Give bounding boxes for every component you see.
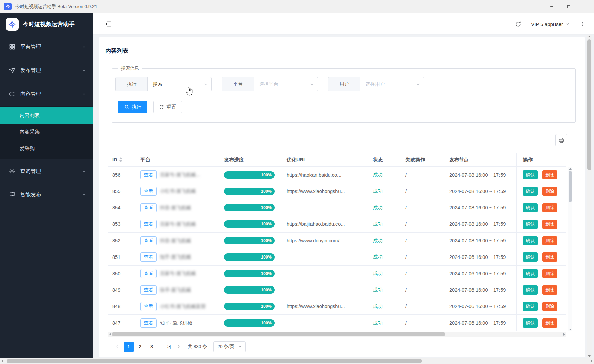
view-button[interactable]: 查看 xyxy=(140,302,157,311)
reset-button[interactable]: 重置 xyxy=(153,101,182,113)
scroll-left-arrow[interactable] xyxy=(2,360,3,362)
user-select[interactable]: 选择用户 xyxy=(360,77,424,91)
actions-cell: 确认 删除 xyxy=(516,200,566,216)
url-text[interactable]: https://haokan.baidu.co... xyxy=(282,172,369,178)
page-button[interactable]: 1 xyxy=(124,342,134,352)
chevron-up-icon xyxy=(82,92,86,96)
view-button[interactable]: 查看 xyxy=(140,285,157,295)
delete-button[interactable]: 删除 xyxy=(542,252,557,262)
url-text[interactable]: https://www.xiaohongshu... xyxy=(282,189,369,194)
sidebar-item-content-management[interactable]: 内容管理 xyxy=(0,82,93,106)
search-icon xyxy=(124,104,129,110)
view-button[interactable]: 查看 xyxy=(140,252,157,262)
window-horizontal-scrollbar[interactable] xyxy=(0,358,594,364)
more-menu-button[interactable] xyxy=(579,21,585,27)
scroll-up-arrow[interactable] xyxy=(569,168,572,170)
execute-button[interactable]: 执行 xyxy=(118,101,147,113)
table-row: 855 查看 小红书-翼飞机械 100% https://www.xiaohon… xyxy=(108,183,566,200)
view-button[interactable]: 查看 xyxy=(140,203,157,212)
scroll-left-arrow[interactable] xyxy=(109,333,111,336)
sort-icon[interactable] xyxy=(119,157,123,162)
page-vertical-scrollbar[interactable] xyxy=(587,35,592,358)
sidebar-subitem-content-list[interactable]: 内容列表 xyxy=(0,107,93,124)
view-button[interactable]: 查看 xyxy=(140,236,157,245)
page-vertical-scrollbar-thumb[interactable] xyxy=(587,39,591,170)
column-header-actions: 操作 xyxy=(516,153,566,166)
refresh-button[interactable] xyxy=(515,21,521,27)
scroll-down-arrow[interactable] xyxy=(569,329,572,330)
table-vertical-scrollbar[interactable] xyxy=(568,167,572,331)
exec-select[interactable]: 搜索 xyxy=(148,77,211,91)
delete-button[interactable]: 删除 xyxy=(542,187,557,196)
delete-button[interactable]: 删除 xyxy=(542,318,557,328)
confirm-button[interactable]: 确认 xyxy=(523,318,538,328)
page-button[interactable]: 2 xyxy=(135,342,145,352)
delete-button[interactable]: 删除 xyxy=(542,285,557,295)
table-vertical-scrollbar-thumb[interactable] xyxy=(569,171,572,202)
sidebar-item-publish-management[interactable]: 发布管理 xyxy=(0,59,93,82)
confirm-button[interactable]: 确认 xyxy=(523,302,538,311)
close-button[interactable] xyxy=(577,0,594,13)
next-page-button[interactable] xyxy=(174,344,183,349)
scroll-right-arrow[interactable] xyxy=(563,333,565,336)
confirm-button[interactable]: 确认 xyxy=(523,220,538,229)
sidebar-item-smart-publish[interactable]: 智能发布 xyxy=(0,183,93,207)
view-button[interactable]: 查看 xyxy=(140,170,157,179)
platform-select[interactable]: 选择平台 xyxy=(254,77,318,91)
url-text[interactable]: https://baijiahao.baidu.co... xyxy=(282,221,369,227)
minimize-button[interactable] xyxy=(543,0,560,13)
close-icon xyxy=(583,4,588,9)
pagination-ellipsis[interactable]: ... xyxy=(159,344,164,350)
search-buttons: 执行 重置 xyxy=(118,101,575,113)
scroll-up-arrow[interactable] xyxy=(588,36,591,37)
sidebar-collapse-button[interactable] xyxy=(104,20,112,28)
chevron-down-icon xyxy=(82,169,86,173)
url-text[interactable]: https://www.douyin.com/... xyxy=(282,238,369,243)
window-horizontal-scrollbar-thumb[interactable] xyxy=(7,359,422,363)
delete-button[interactable]: 删除 xyxy=(542,269,557,278)
confirm-button[interactable]: 确认 xyxy=(523,269,538,278)
delete-button[interactable]: 删除 xyxy=(542,236,557,245)
confirm-button[interactable]: 确认 xyxy=(523,203,538,212)
confirm-button[interactable]: 确认 xyxy=(523,236,538,245)
prev-page-button[interactable] xyxy=(114,344,122,349)
chevron-down-icon xyxy=(416,82,421,87)
progress-label: 100% xyxy=(261,271,272,276)
view-button[interactable]: 查看 xyxy=(140,220,157,229)
confirm-button[interactable]: 确认 xyxy=(523,187,538,196)
sidebar-subitem-aicaigou[interactable]: 爱采购 xyxy=(0,140,93,157)
view-button[interactable]: 查看 xyxy=(140,269,157,278)
scroll-down-arrow[interactable] xyxy=(588,355,591,357)
view-button[interactable]: 查看 xyxy=(140,187,157,196)
sidebar-item-query-management[interactable]: 查询管理 xyxy=(0,159,93,183)
confirm-button[interactable]: 确认 xyxy=(523,170,538,179)
page-button[interactable]: 3 xyxy=(146,342,157,352)
delete-button[interactable]: 删除 xyxy=(542,170,557,179)
confirm-button[interactable]: 确认 xyxy=(523,285,538,295)
print-export-button[interactable] xyxy=(555,134,567,146)
progress-cell: 100% xyxy=(220,204,282,211)
table-horizontal-scrollbar[interactable] xyxy=(108,332,566,337)
last-page-button[interactable]: >| xyxy=(166,344,172,349)
platform-text: 百家号-翼飞机械... xyxy=(160,172,200,178)
sidebar-item-platform-management[interactable]: 平台管理 xyxy=(0,35,93,59)
column-header-id[interactable]: ID xyxy=(108,157,136,162)
table-horizontal-scrollbar-thumb[interactable] xyxy=(112,332,445,336)
sidebar-subitem-content-collect[interactable]: 内容采集 xyxy=(0,124,93,140)
maximize-button[interactable] xyxy=(560,0,577,13)
view-button[interactable]: 查看 xyxy=(140,318,157,328)
page-size-select[interactable]: 20 条/页 xyxy=(213,341,246,352)
search-row: 执行 搜索 平台 选择平台 用户 选择用户 xyxy=(115,77,575,91)
progress-bar: 100% xyxy=(224,171,275,179)
delete-button[interactable]: 删除 xyxy=(542,220,557,229)
url-text[interactable]: https://www.xiaohongshu... xyxy=(282,304,369,309)
table-row: 847 查看 知乎- 翼飞机械 100% 成功 / 2024-07-06 16:… xyxy=(108,315,566,331)
scroll-right-arrow[interactable] xyxy=(591,360,592,362)
delete-button[interactable]: 删除 xyxy=(542,203,557,212)
exec-label: 执行 xyxy=(116,77,148,91)
platform-text: 抖音-翼飞机械 xyxy=(160,238,191,244)
delete-button[interactable]: 删除 xyxy=(542,302,557,311)
user-menu[interactable]: VIP 5 appuser xyxy=(531,21,570,27)
confirm-button[interactable]: 确认 xyxy=(523,252,538,262)
actions-cell: 确认 删除 xyxy=(516,249,566,265)
